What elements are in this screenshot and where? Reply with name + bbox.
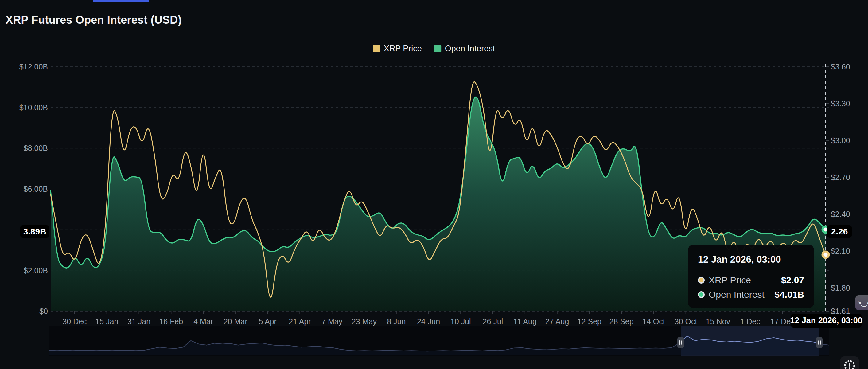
x-axis-tick-label: 5 Apr <box>258 317 276 326</box>
y-axis-left-label: $8.00B <box>10 143 48 153</box>
x-axis-tick-label: 4 Mar <box>193 317 213 326</box>
y-axis-left-label: $6.00B <box>10 184 48 194</box>
x-axis-tick-label: 20 Mar <box>223 317 247 326</box>
y-axis-right-label: $2.70 <box>831 173 850 182</box>
tooltip-label: Open Interest <box>709 289 765 300</box>
tooltip-value: $4.01B <box>774 289 804 300</box>
x-axis-tick-label: 16 Feb <box>159 317 183 326</box>
report-issue-icon <box>843 359 856 369</box>
x-axis-tick-label: 30 Oct <box>675 317 697 326</box>
y-axis-right-label: $3.00 <box>831 136 850 145</box>
y-axis-right-label: $3.60 <box>831 62 850 71</box>
y-axis-right-label: $2.40 <box>831 209 850 219</box>
y-axis-left-label: $10.00B <box>10 103 48 112</box>
navigator-handle-right[interactable] <box>816 337 823 348</box>
tooltip-date: 12 Jan 2026, 03:00 <box>698 254 804 265</box>
tooltip-dot-yellow <box>698 277 705 284</box>
tooltip-row-open-interest: Open Interest $4.01B <box>698 289 804 300</box>
x-axis-tick-label: 1 Dec <box>740 317 760 326</box>
y-axis-right-label: $3.30 <box>831 99 850 108</box>
tooltip-row-xrp-price: XRP Price $2.07 <box>698 275 804 285</box>
x-axis-tick-label: 10 Jul <box>451 317 471 326</box>
chart-plot-area[interactable] <box>0 0 868 369</box>
x-axis-tick-label: 27 Aug <box>545 317 569 326</box>
tooltip-label: XRP Price <box>709 275 751 285</box>
crosshair-right-value-label: 2.26 <box>827 225 852 238</box>
x-axis-tick-label: 14 Oct <box>642 317 665 326</box>
y-axis-left-label: $2.00B <box>10 266 48 275</box>
x-axis-tick-label: 28 Sep <box>610 317 634 326</box>
y-axis-left-label: $12.00B <box>10 62 48 71</box>
report-issue-button[interactable] <box>840 357 859 369</box>
xrp-open-interest-widget: XRP Futures Open Interest (USD) XRP Pric… <box>0 0 868 369</box>
navigator-handle-left[interactable] <box>677 337 684 348</box>
x-axis-tick-label: 11 Aug <box>514 317 537 326</box>
x-axis-tick-label: 23 May <box>351 317 377 326</box>
y-axis-right-label: $1.80 <box>831 283 850 292</box>
x-axis-tick-label: 30 Dec <box>62 317 87 326</box>
crosshair-left-value-label: 3.89B <box>20 225 49 238</box>
x-axis-tick-label: 21 Apr <box>289 317 311 326</box>
chart-tooltip: 12 Jan 2026, 03:00 XRP Price $2.07 Open … <box>688 245 814 308</box>
x-axis-tick-label: 24 Jun <box>417 317 440 326</box>
x-axis-tick-label: 26 Jul <box>483 317 503 326</box>
x-axis-tick-label: 31 Jan <box>127 317 150 326</box>
x-axis-tick-label: 15 Nov <box>706 317 730 326</box>
tooltip-dot-green <box>698 291 705 298</box>
y-axis-left-label: $0 <box>10 307 48 316</box>
y-axis-right-label: $2.10 <box>831 247 850 256</box>
x-axis-tick-label: 15 Jan <box>95 317 118 326</box>
crosshair-date-label: 12 Jan 2026, 03:00 <box>791 314 862 328</box>
x-axis-tick-label: 12 Sep <box>577 317 601 326</box>
assistant-mascot-button[interactable]: >‿< <box>856 295 868 310</box>
x-axis-tick-label: 8 Jun <box>387 317 406 326</box>
tooltip-value: $2.07 <box>781 275 804 285</box>
x-axis-tick-label: 7 May <box>321 317 342 326</box>
navigator[interactable] <box>49 326 829 356</box>
